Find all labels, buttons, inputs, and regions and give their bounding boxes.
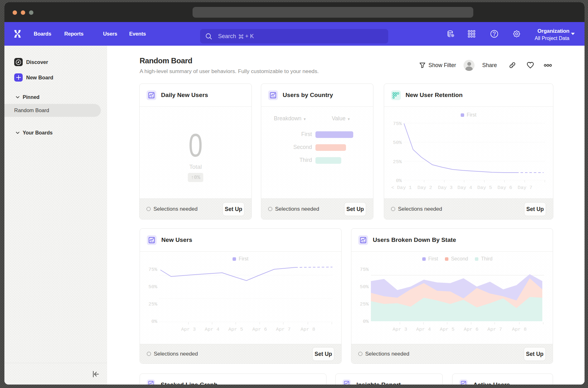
svg-text:Apr 4: Apr 4	[205, 327, 220, 332]
svg-text:< Day 1: < Day 1	[391, 185, 412, 191]
svg-text:75%: 75%	[360, 267, 369, 272]
svg-text:25%: 25%	[393, 159, 402, 165]
svg-text:25%: 25%	[148, 301, 158, 307]
svg-text:Apr 7: Apr 7	[487, 327, 502, 332]
svg-text:Day 7: Day 7	[518, 185, 533, 191]
svg-text:50%: 50%	[393, 140, 402, 146]
svg-text:Apr 5: Apr 5	[228, 327, 243, 332]
svg-text:50%: 50%	[148, 284, 158, 290]
svg-text:Apr 5: Apr 5	[440, 327, 455, 332]
svg-text:Apr 8: Apr 8	[301, 327, 315, 332]
svg-text:Day 6: Day 6	[498, 185, 512, 191]
svg-text:0%: 0%	[396, 178, 402, 184]
svg-text:Day 4: Day 4	[458, 185, 472, 191]
svg-text:Day 5: Day 5	[477, 185, 492, 191]
svg-text:25%: 25%	[360, 301, 369, 307]
svg-text:50%: 50%	[360, 284, 369, 290]
svg-text:Apr 7: Apr 7	[276, 327, 291, 332]
svg-text:Apr 6: Apr 6	[252, 327, 267, 332]
svg-text:Day 3: Day 3	[438, 185, 453, 191]
svg-text:Apr 3: Apr 3	[181, 327, 196, 332]
svg-text:Apr 3: Apr 3	[393, 327, 407, 332]
svg-text:0%: 0%	[151, 319, 157, 324]
svg-text:Apr 8: Apr 8	[512, 327, 527, 332]
svg-text:0%: 0%	[363, 319, 369, 324]
svg-text:75%: 75%	[148, 267, 158, 272]
svg-text:Apr 6: Apr 6	[464, 327, 479, 332]
svg-text:Day 2: Day 2	[418, 185, 432, 191]
svg-text:Apr 4: Apr 4	[416, 327, 431, 332]
svg-text:75%: 75%	[393, 121, 402, 127]
